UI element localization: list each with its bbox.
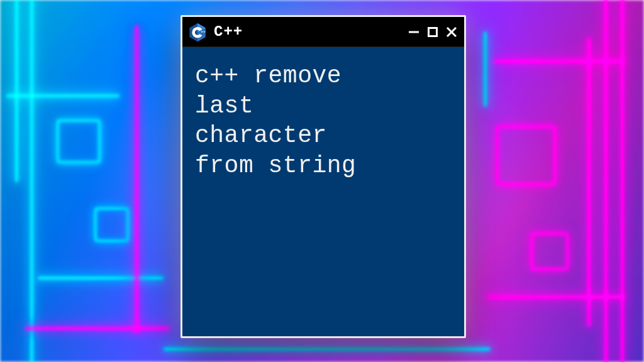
close-button[interactable] bbox=[445, 26, 458, 38]
svg-rect-6 bbox=[429, 28, 437, 36]
terminal-body: c++ remove last character from string bbox=[182, 47, 464, 336]
minimize-button[interactable] bbox=[408, 26, 420, 38]
cpp-logo-icon: + + bbox=[187, 22, 208, 42]
svg-text:+: + bbox=[203, 30, 206, 33]
terminal-text: c++ remove last character from string bbox=[195, 61, 452, 180]
maximize-button[interactable] bbox=[426, 26, 439, 38]
titlebar[interactable]: + + C++ bbox=[182, 17, 464, 47]
window-controls bbox=[408, 26, 458, 38]
terminal-window: + + C++ c++ remove last character from s… bbox=[180, 15, 466, 338]
window-title: C++ bbox=[214, 23, 243, 40]
